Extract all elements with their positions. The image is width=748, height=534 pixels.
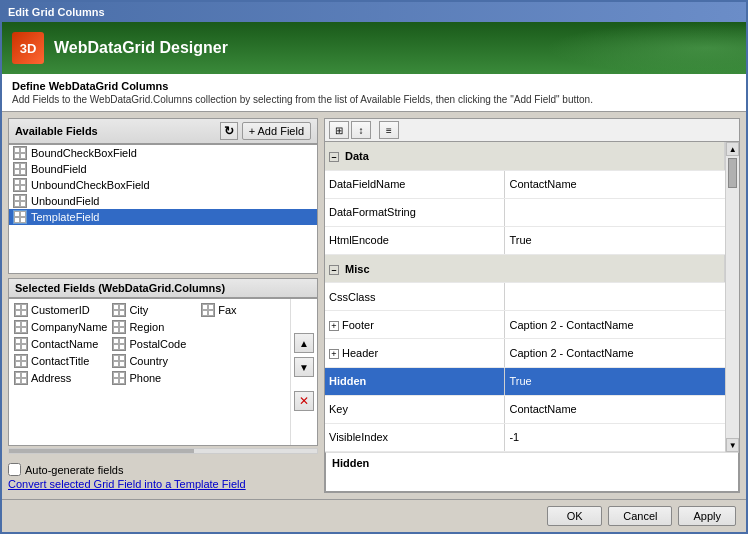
selected-fields-header: Selected Fields (WebDataGrid.Columns)	[8, 278, 318, 298]
field-icon	[112, 371, 126, 385]
field-item-unbound[interactable]: UnboundField	[9, 193, 317, 209]
prop-row-htmlencode[interactable]: HtmlEncode True	[325, 226, 725, 254]
selected-field-contactname[interactable]: ContactName	[12, 336, 109, 352]
prop-name-datafieldname: DataFieldName	[325, 170, 505, 198]
prop-name-dataformatstring: DataFormatString	[325, 198, 505, 226]
selected-field-region[interactable]: Region	[110, 319, 198, 335]
prop-name-htmlencode: HtmlEncode	[325, 226, 505, 254]
prop-value-datafieldname[interactable]: ContactName	[505, 170, 725, 198]
left-panel: Available Fields ↻ + Add Field BoundChec…	[8, 118, 318, 493]
field-icon	[14, 320, 28, 334]
prop-row-datafieldname[interactable]: DataFieldName ContactName	[325, 170, 725, 198]
data-group-expand[interactable]: –	[329, 152, 339, 162]
footer-expand[interactable]: +	[329, 321, 339, 331]
field-item-bound[interactable]: BoundField	[9, 161, 317, 177]
prop-value-key[interactable]: ContactName	[505, 395, 725, 423]
sort-alpha-button[interactable]: ↕	[351, 121, 371, 139]
prop-row-visibleindex[interactable]: VisibleIndex -1	[325, 423, 725, 451]
prop-description-title: Hidden	[332, 457, 732, 469]
field-item-unboundcheckbox[interactable]: UnboundCheckBoxField	[9, 177, 317, 193]
field-item-template[interactable]: TemplateField	[9, 209, 317, 225]
field-label: BoundCheckBoxField	[31, 147, 137, 159]
selected-field-customerid[interactable]: CustomerID	[12, 302, 109, 318]
scroll-down-arrow[interactable]: ▼	[726, 438, 739, 452]
prop-name-header: +Header	[325, 339, 505, 367]
prop-name-footer: +Footer	[325, 311, 505, 339]
selected-field-phone[interactable]: Phone	[110, 370, 198, 386]
selected-fields-box: CustomerID City Fax CompanyName	[8, 298, 318, 446]
description-title: Define WebDataGrid Columns	[12, 80, 736, 92]
available-fields-toolbar: ↻ + Add Field	[220, 122, 311, 140]
refresh-button[interactable]: ↻	[220, 122, 238, 140]
field-icon	[112, 320, 126, 334]
field-item-boundcheckbox[interactable]: BoundCheckBoxField	[9, 145, 317, 161]
available-fields-list[interactable]: BoundCheckBoxField BoundField UnboundChe…	[8, 144, 318, 274]
prop-value-dataformatstring[interactable]	[505, 198, 725, 226]
convert-link[interactable]: Convert selected Grid Field into a Templ…	[8, 478, 246, 490]
autogenerate-row: Auto-generate fields	[8, 461, 318, 478]
selected-field-city[interactable]: City	[110, 302, 198, 318]
move-down-button[interactable]: ▼	[294, 357, 314, 377]
selected-field-contacttitle[interactable]: ContactTitle	[12, 353, 109, 369]
properties-toolbar: ⊞ ↕ ≡	[324, 118, 740, 141]
main-content: Available Fields ↻ + Add Field BoundChec…	[2, 112, 746, 499]
description-area: Define WebDataGrid Columns Add Fields to…	[2, 74, 746, 112]
designer-title: WebDataGrid Designer	[54, 39, 228, 57]
remove-button[interactable]: ✕	[294, 391, 314, 411]
field-icon	[13, 162, 27, 176]
props-vertical-scrollbar[interactable]: ▲ ▼	[725, 142, 739, 452]
field-label: BoundField	[31, 163, 87, 175]
prop-row-hidden[interactable]: Hidden True	[325, 367, 725, 395]
horizontal-scrollbar[interactable]	[8, 448, 318, 454]
properties-data-table: – Data DataFieldName ContactName DataFor…	[325, 142, 725, 452]
add-field-button[interactable]: + Add Field	[242, 122, 311, 140]
move-buttons: ▲ ▼ ✕	[290, 299, 317, 445]
title-bar: Edit Grid Columns	[2, 2, 746, 22]
cancel-button[interactable]: Cancel	[608, 506, 672, 526]
properties-table: – Data DataFieldName ContactName DataFor…	[324, 141, 740, 493]
available-fields-label: Available Fields	[15, 125, 98, 137]
prop-value-hidden[interactable]: True	[505, 367, 725, 395]
scroll-thumb[interactable]	[728, 158, 737, 188]
move-up-button[interactable]: ▲	[294, 333, 314, 353]
field-label: TemplateField	[31, 211, 99, 223]
prop-row-footer[interactable]: +Footer Caption 2 - ContactName	[325, 311, 725, 339]
available-fields-header: Available Fields ↻ + Add Field	[8, 118, 318, 144]
selected-field-companyname[interactable]: CompanyName	[12, 319, 109, 335]
field-icon	[13, 194, 27, 208]
prop-value-visibleindex[interactable]: -1	[505, 423, 725, 451]
selected-field-postalcode[interactable]: PostalCode	[110, 336, 198, 352]
prop-row-dataformatstring[interactable]: DataFormatString	[325, 198, 725, 226]
property-description: Hidden	[325, 452, 739, 492]
field-icon	[112, 337, 126, 351]
prop-value-htmlencode[interactable]: True	[505, 226, 725, 254]
prop-row-key[interactable]: Key ContactName	[325, 395, 725, 423]
field-label: UnboundCheckBoxField	[31, 179, 150, 191]
prop-value-header[interactable]: Caption 2 - ContactName	[505, 339, 725, 367]
selected-fields-list[interactable]: CustomerID City Fax CompanyName	[9, 299, 290, 445]
selected-field-address[interactable]: Address	[12, 370, 109, 386]
designer-logo: 3D	[12, 32, 44, 64]
description-text: Add Fields to the WebDataGrid.Columns co…	[12, 94, 736, 105]
ok-button[interactable]: OK	[547, 506, 602, 526]
prop-value-cssclass[interactable]	[505, 283, 725, 311]
available-fields-section: Available Fields ↻ + Add Field BoundChec…	[8, 118, 318, 274]
misc-group-expand[interactable]: –	[329, 265, 339, 275]
prop-name-visibleindex: VisibleIndex	[325, 423, 505, 451]
selected-field-fax[interactable]: Fax	[199, 302, 287, 318]
sort-category-button[interactable]: ⊞	[329, 121, 349, 139]
props-scroll-area: – Data DataFieldName ContactName DataFor…	[325, 142, 739, 452]
field-icon	[14, 371, 28, 385]
prop-row-header[interactable]: +Header Caption 2 - ContactName	[325, 339, 725, 367]
apply-button[interactable]: Apply	[678, 506, 736, 526]
field-icon	[14, 354, 28, 368]
field-icon	[13, 178, 27, 192]
misc-group-label: Misc	[345, 263, 369, 275]
autogenerate-checkbox[interactable]	[8, 463, 21, 476]
header-expand[interactable]: +	[329, 349, 339, 359]
prop-value-footer[interactable]: Caption 2 - ContactName	[505, 311, 725, 339]
properties-button[interactable]: ≡	[379, 121, 399, 139]
prop-row-cssclass[interactable]: CssClass	[325, 283, 725, 311]
scroll-up-arrow[interactable]: ▲	[726, 142, 739, 156]
selected-field-country[interactable]: Country	[110, 353, 198, 369]
